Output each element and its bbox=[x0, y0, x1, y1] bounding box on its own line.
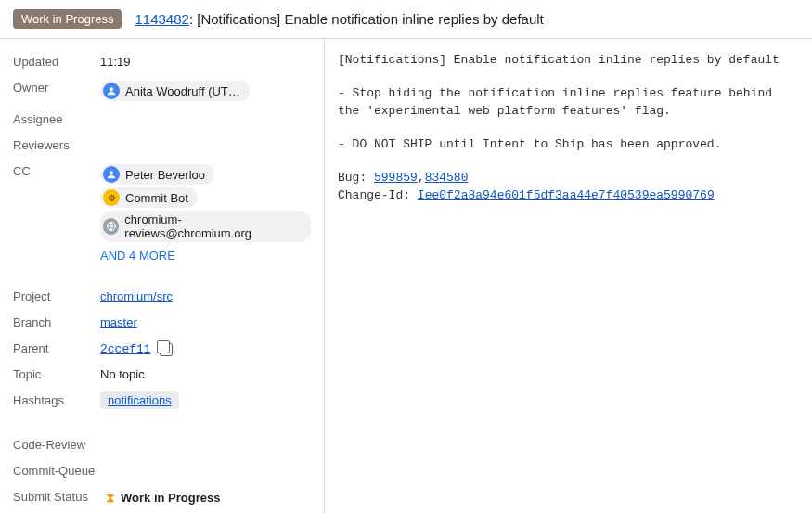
hourglass-icon: ⧗ bbox=[106, 490, 115, 506]
value-submit-status: ⧗ Work in Progress ⧗ Label Code-Review bbox=[100, 487, 311, 513]
status-wip: Work in Progress bbox=[121, 491, 220, 505]
description-column: [Notifications] Enable notification inli… bbox=[325, 39, 812, 513]
cc-name: chromium-reviews@chromium.org bbox=[124, 212, 302, 240]
label-hashtags: Hashtags bbox=[13, 391, 100, 407]
label-commit-queue: Commit-Queue bbox=[13, 461, 95, 478]
cc-chip[interactable]: chromium-reviews@chromium.org bbox=[100, 211, 311, 242]
cc-name: Peter Beverloo bbox=[125, 168, 205, 182]
wip-badge: Work in Progress bbox=[13, 9, 122, 29]
svg-point-0 bbox=[110, 87, 113, 91]
value-cc: Peter Beverloo ⚙ Commit Bot chromium-rev… bbox=[100, 161, 311, 263]
label-submit-status: Submit Status bbox=[13, 487, 100, 504]
branch-link[interactable]: master bbox=[100, 315, 137, 329]
globe-icon bbox=[103, 218, 119, 235]
label-topic: Topic bbox=[13, 365, 100, 381]
cc-chip[interactable]: Peter Beverloo bbox=[100, 164, 214, 185]
copy-icon[interactable] bbox=[160, 343, 173, 356]
bug-label: Bug: bbox=[338, 171, 374, 185]
label-code-review: Code-Review bbox=[13, 435, 85, 452]
desc-body1: - Stop hiding the notification inline re… bbox=[338, 85, 799, 119]
person-icon bbox=[103, 83, 120, 99]
change-title-text: : [Notifications] Enable notification in… bbox=[189, 11, 544, 27]
change-title: 1143482: [Notifications] Enable notifica… bbox=[135, 11, 543, 27]
cc-chip[interactable]: ⚙ Commit Bot bbox=[100, 187, 198, 208]
label-cc: CC bbox=[13, 161, 100, 178]
changeid-label: Change-Id: bbox=[338, 188, 418, 202]
label-owner: Owner bbox=[13, 78, 100, 95]
cc-and-more[interactable]: AND 4 MORE bbox=[100, 249, 175, 263]
bot-icon: ⚙ bbox=[103, 189, 120, 206]
change-id-link[interactable]: 1143482 bbox=[135, 11, 188, 27]
desc-body2: - DO NOT SHIP until Intent to Ship has b… bbox=[338, 136, 799, 153]
label-updated: Updated bbox=[13, 52, 100, 69]
metadata-column: Updated 11:19 Owner Anita Woodruff (UT… … bbox=[0, 39, 325, 513]
label-project: Project bbox=[13, 287, 100, 303]
hourglass-icon: ⧗ bbox=[106, 509, 115, 513]
owner-chip[interactable]: Anita Woodruff (UT… bbox=[100, 81, 250, 101]
project-link[interactable]: chromium/src bbox=[100, 289, 173, 303]
parent-link[interactable]: 2ccef11 bbox=[100, 342, 151, 356]
owner-name: Anita Woodruff (UT… bbox=[125, 84, 240, 98]
bug-separator: , bbox=[418, 171, 425, 185]
changeid-link[interactable]: Iee0f2a8a94e601f5df3aa44e7f40539ea599076… bbox=[418, 188, 715, 202]
value-topic: No topic bbox=[100, 365, 311, 381]
cc-name: Commit Bot bbox=[125, 191, 188, 205]
value-updated: 11:19 bbox=[100, 52, 311, 69]
hashtag-chip[interactable]: notifications bbox=[100, 391, 179, 409]
change-header: Work in Progress 1143482: [Notifications… bbox=[0, 0, 812, 39]
svg-point-1 bbox=[110, 171, 113, 174]
label-parent: Parent bbox=[13, 339, 100, 355]
label-branch: Branch bbox=[13, 313, 100, 329]
bug-link-1[interactable]: 599859 bbox=[374, 171, 418, 185]
main-panel: Updated 11:19 Owner Anita Woodruff (UT… … bbox=[0, 39, 812, 513]
person-icon bbox=[103, 166, 120, 183]
desc-title: [Notifications] Enable notification inli… bbox=[338, 52, 799, 69]
bug-link-2[interactable]: 834580 bbox=[425, 171, 469, 185]
value-owner: Anita Woodruff (UT… bbox=[100, 78, 311, 104]
label-reviewers: Reviewers bbox=[13, 135, 100, 152]
value-assignee bbox=[100, 109, 311, 112]
label-assignee: Assignee bbox=[13, 109, 100, 126]
value-reviewers bbox=[100, 135, 311, 138]
